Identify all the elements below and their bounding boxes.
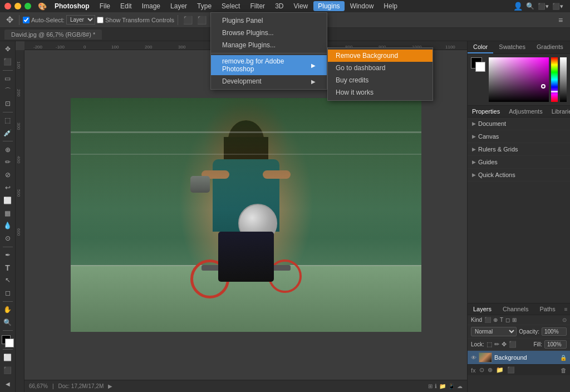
lock-transparent-icon[interactable]: ⬚ <box>487 341 492 348</box>
buy-credits-item[interactable]: Buy credits <box>328 74 433 86</box>
filter-type-icon[interactable]: T <box>500 317 503 323</box>
eraser-tool[interactable]: ⬜ <box>2 194 14 206</box>
menu-layer[interactable]: Layer <box>166 1 191 11</box>
development-menu-item[interactable]: Development ▶ <box>211 75 327 87</box>
menu-filter[interactable]: Filter <box>245 1 269 11</box>
background-color[interactable] <box>5 339 14 347</box>
document-tab[interactable]: David.jpg @ 66,7% (RGB/8#) * <box>4 30 102 40</box>
change-screen-mode[interactable]: ⬛ <box>2 365 14 376</box>
more-options-btn[interactable]: ≡ <box>554 14 567 26</box>
browse-plugins-item[interactable]: Browse Plugins... <box>211 27 327 39</box>
libraries-tab[interactable]: Libraries <box>547 106 570 117</box>
layer-adjustment-icon[interactable]: ⊕ <box>488 366 493 374</box>
lock-artboards-icon[interactable]: ⬛ <box>509 341 517 348</box>
crop-tool[interactable]: ⬚ <box>2 115 14 126</box>
adjustments-tab[interactable]: Adjustments <box>504 106 547 117</box>
search-icon[interactable]: 🔍 <box>526 2 534 10</box>
menu-type[interactable]: Type <box>193 1 216 11</box>
swatches-tab[interactable]: Swatches <box>493 41 531 53</box>
status-arrow[interactable]: ▶ <box>108 383 112 389</box>
object-selection-tool[interactable]: ⊡ <box>2 98 14 110</box>
layer-item-background[interactable]: 👁 Background 🔒 <box>468 351 570 364</box>
minimize-button[interactable] <box>14 3 21 9</box>
artboard-tool[interactable]: ⬛ <box>2 56 14 68</box>
removebg-menu-item[interactable]: remove.bg for Adobe Photoshop ▶ <box>211 55 327 75</box>
show-transform-checkbox[interactable] <box>97 17 104 23</box>
pen-tool[interactable]: ✒ <box>2 249 14 261</box>
hand-tool[interactable]: ✋ <box>2 304 14 316</box>
filter-smart-icon[interactable]: ⊞ <box>512 317 517 323</box>
user-icon[interactable]: 👤 <box>513 2 523 11</box>
menu-edit[interactable]: Edit <box>116 1 136 11</box>
new-layer-icon[interactable]: ⬛ <box>507 366 515 374</box>
menu-plugins[interactable]: Plugins <box>313 1 344 11</box>
layer-fx-icon[interactable]: fx <box>471 367 476 374</box>
gradients-tab[interactable]: Gradients <box>531 41 569 53</box>
paths-tab[interactable]: Paths <box>534 303 561 315</box>
fill-input[interactable] <box>544 340 567 349</box>
hue-slider[interactable] <box>551 57 558 102</box>
gradient-tool[interactable]: ▦ <box>2 207 14 219</box>
filter-kind-icon[interactable]: ⬛ <box>484 317 491 323</box>
filter-shape-icon[interactable]: ◻ <box>505 317 510 323</box>
clone-stamp-tool[interactable]: ⊘ <box>2 169 14 181</box>
filter-toggle[interactable]: ⊙ <box>562 317 567 323</box>
channels-tab[interactable]: Channels <box>497 303 534 315</box>
layers-tab[interactable]: Layers <box>468 303 497 315</box>
manage-plugins-item[interactable]: Manage Plugins... <box>211 39 327 51</box>
menu-view[interactable]: View <box>289 1 312 11</box>
menu-image[interactable]: Image <box>137 1 165 11</box>
document-canvas[interactable] <box>71 98 421 332</box>
lasso-tool[interactable]: ⌒ <box>2 85 14 97</box>
layer-visibility-icon[interactable]: 👁 <box>471 355 476 361</box>
quick-mask-toggle[interactable]: ⬜ <box>2 352 14 364</box>
auto-select-checkbox[interactable] <box>23 17 30 23</box>
filter-adjustment-icon[interactable]: ⊕ <box>493 317 498 323</box>
remove-background-item[interactable]: Remove Background <box>328 50 433 62</box>
close-button[interactable] <box>4 3 11 9</box>
background-swatch[interactable] <box>475 62 485 72</box>
menu-photoshop[interactable]: Photoshop <box>50 1 94 11</box>
rulers-grids-header[interactable]: ▶ Rulers & Grids <box>468 143 570 155</box>
blur-tool[interactable]: 💧 <box>2 220 14 232</box>
dodge-tool[interactable]: ⊙ <box>2 233 14 244</box>
plugins-panel-item[interactable]: Plugins Panel <box>211 14 327 27</box>
collapse-tools-btn[interactable]: ◀ <box>2 378 14 390</box>
how-it-works-item[interactable]: How it works <box>328 86 433 99</box>
brush-tool[interactable]: ✏ <box>2 156 14 168</box>
zoom-tool[interactable]: 🔍 <box>2 316 14 328</box>
type-tool[interactable]: T <box>2 262 14 273</box>
brightness-slider[interactable] <box>560 57 567 102</box>
align-center-btn[interactable]: ⬛ <box>195 14 208 26</box>
go-to-dashboard-item[interactable]: Go to dashboard <box>328 62 433 74</box>
menu-file[interactable]: File <box>95 1 115 11</box>
menu-3d[interactable]: 3D <box>271 1 288 11</box>
rectangular-marquee-tool[interactable]: ▭ <box>2 73 14 85</box>
eyedropper-tool[interactable]: 💉 <box>2 128 14 139</box>
menu-select[interactable]: Select <box>217 1 244 11</box>
healing-brush-tool[interactable]: ⊕ <box>2 144 14 155</box>
color-spectrum[interactable] <box>489 57 549 102</box>
color-tab[interactable]: Color <box>468 41 493 53</box>
move-tool[interactable]: ✥ <box>2 43 14 55</box>
workspace-switcher[interactable]: ⬛▾ <box>538 3 549 10</box>
blending-mode-select[interactable]: Normal <box>471 327 517 336</box>
history-brush-tool[interactable]: ↩ <box>2 182 14 194</box>
menu-help[interactable]: Help <box>379 1 402 11</box>
path-selection-tool[interactable]: ↖ <box>2 275 14 286</box>
arrange-panels[interactable]: ⬛▾ <box>552 3 563 10</box>
quick-actions-header[interactable]: ▶ Quick Actions <box>468 169 570 181</box>
layer-folder-icon[interactable]: 📁 <box>496 366 504 374</box>
delete-layer-icon[interactable]: 🗑 <box>561 367 567 374</box>
opacity-input[interactable] <box>542 327 567 336</box>
menu-window[interactable]: Window <box>346 1 379 11</box>
lock-pixels-icon[interactable]: ✏ <box>494 341 499 348</box>
auto-select-dropdown[interactable]: Layer <box>66 15 95 24</box>
layer-mask-icon[interactable]: ⊙ <box>479 366 484 374</box>
canvas-section-header[interactable]: ▶ Canvas <box>468 130 570 143</box>
shape-tool[interactable]: ◻ <box>2 287 14 299</box>
align-left-btn[interactable]: ⬛ <box>181 14 194 26</box>
properties-tab[interactable]: Properties <box>468 106 504 117</box>
lock-position-icon[interactable]: ✥ <box>502 341 507 348</box>
layers-panel-menu[interactable]: ≡ <box>561 304 570 315</box>
